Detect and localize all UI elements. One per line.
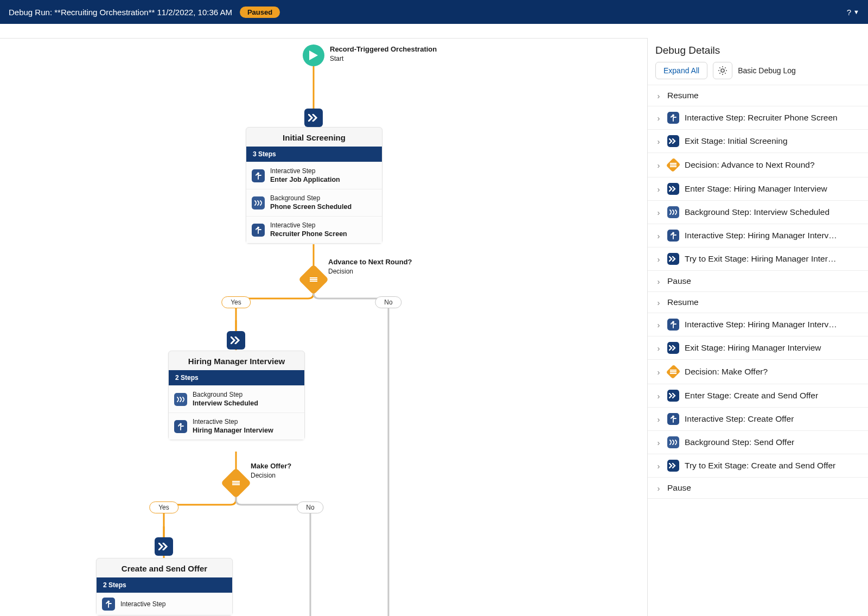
stage-icon <box>667 342 679 354</box>
stage-step-count: 2 Steps <box>169 370 304 385</box>
step-text: Background StepInterview Scheduled <box>193 390 258 408</box>
log-row[interactable]: ›Interactive Step: Recruiter Phone Scree… <box>648 106 868 130</box>
stage-icon-hiring-manager-interview[interactable] <box>227 331 245 350</box>
status-badge: Paused <box>240 7 280 18</box>
stage-card-hiring-manager-interview[interactable]: Hiring Manager Interview 2 Steps Backgro… <box>168 351 305 440</box>
chevron-down-icon: ▼ <box>853 9 859 15</box>
gear-icon <box>718 66 727 75</box>
interactive-step-icon <box>252 224 265 237</box>
chevron-right-icon: › <box>655 298 662 307</box>
step-row[interactable]: Interactive Step <box>97 593 232 615</box>
decision-icon <box>310 276 317 283</box>
svg-point-8 <box>107 601 110 603</box>
step-text: Interactive StepRecruiter Phone Screen <box>270 221 347 239</box>
svg-point-11 <box>672 232 674 234</box>
log-row[interactable]: ›Pause <box>648 478 868 499</box>
inter-icon <box>667 413 679 425</box>
log-row[interactable]: ›Background Step: Send Offer <box>648 431 868 454</box>
svg-point-5 <box>257 172 259 174</box>
step-row[interactable]: Background StepInterview Scheduled <box>169 385 304 412</box>
start-title: Record-Triggered Orchestration <box>330 45 437 53</box>
log-row[interactable]: ›Resume <box>648 85 868 106</box>
help-icon: ? <box>847 8 851 17</box>
log-row[interactable]: ›Pause <box>648 271 868 292</box>
interactive-step-icon <box>174 420 187 433</box>
log-row[interactable]: ›Interactive Step: Hiring Manager Interv… <box>648 313 868 336</box>
step-text: Background StepPhone Screen Scheduled <box>270 194 352 212</box>
log-text: Try to Exit Stage: Create and Send Offer <box>685 461 860 471</box>
branch-no[interactable]: No <box>375 296 401 308</box>
chevron-right-icon: › <box>655 231 662 240</box>
step-row[interactable]: Interactive StepEnter Job Application <box>246 162 382 189</box>
chevron-right-icon: › <box>655 161 662 170</box>
help-menu[interactable]: ? ▼ <box>847 8 859 17</box>
decision-title: Make Offer? <box>251 462 291 470</box>
log-row[interactable]: ›Exit Stage: Initial Screening <box>648 130 868 153</box>
svg-point-13 <box>672 416 674 418</box>
log-row[interactable]: ›Exit Stage: Hiring Manager Interview <box>648 336 868 360</box>
log-text: Interactive Step: Recruiter Phone Screen <box>685 113 860 123</box>
log-text: Resume <box>667 91 860 100</box>
inter-icon <box>667 112 679 124</box>
log-text: Try to Exit Stage: Hiring Manager Inter… <box>685 254 860 264</box>
flow-canvas[interactable]: Record-Triggered Orchestration Start Ini… <box>0 38 647 616</box>
decision-subtitle: Decision <box>328 268 353 275</box>
stage-icon <box>667 460 679 472</box>
log-row[interactable]: ›Background Step: Interview Scheduled <box>648 201 868 224</box>
stage-step-count: 2 Steps <box>97 577 232 593</box>
log-row[interactable]: ›Try to Exit Stage: Create and Send Offe… <box>648 454 868 478</box>
start-node-label: Record-Triggered Orchestration Start <box>330 45 437 63</box>
workspace: Record-Triggered Orchestration Start Ini… <box>0 38 868 616</box>
stage-card-initial-screening[interactable]: Initial Screening 3 Steps Interactive St… <box>246 127 382 244</box>
debug-run-title: Debug Run: **Recruiting Orchestration** … <box>9 8 232 17</box>
stage-icon-create-send-offer[interactable] <box>155 537 173 556</box>
step-row[interactable]: Interactive StepRecruiter Phone Screen <box>246 216 382 243</box>
panel-toolbar: Expand All Basic Debug Log <box>648 62 868 85</box>
log-text: Exit Stage: Initial Screening <box>685 136 860 146</box>
step-text: Interactive Step <box>120 600 165 608</box>
stage-icon <box>667 253 679 265</box>
step-row[interactable]: Background StepPhone Screen Scheduled <box>246 189 382 216</box>
log-row[interactable]: ›Decision: Make Offer? <box>648 360 868 384</box>
log-text: Interactive Step: Hiring Manager Interv… <box>685 320 860 329</box>
chevron-right-icon: › <box>655 344 662 353</box>
log-row[interactable]: ›Enter Stage: Create and Send Offer <box>648 384 868 408</box>
start-node[interactable]: Record-Triggered Orchestration Start <box>303 45 437 66</box>
stage-card-create-send-offer[interactable]: Create and Send Offer 2 Steps Interactiv… <box>96 558 233 615</box>
debug-mode-label: Basic Debug Log <box>738 66 796 75</box>
flow-connectors <box>0 38 647 616</box>
settings-button[interactable] <box>713 62 732 79</box>
log-row[interactable]: ›Enter Stage: Hiring Manager Interview <box>648 177 868 201</box>
stage-icon-initial-screening[interactable] <box>304 109 323 127</box>
log-row[interactable]: ›Decision: Advance to Next Round? <box>648 153 868 177</box>
svg-point-10 <box>672 115 674 117</box>
branch-no[interactable]: No <box>297 501 323 513</box>
debug-log-list[interactable]: ›Resume›Interactive Step: Recruiter Phon… <box>648 85 868 616</box>
chevron-right-icon: › <box>655 415 662 424</box>
log-row[interactable]: ›Interactive Step: Hiring Manager Interv… <box>648 224 868 247</box>
branch-yes[interactable]: Yes <box>149 501 178 513</box>
svg-point-6 <box>257 226 259 228</box>
log-text: Enter Stage: Hiring Manager Interview <box>685 184 860 194</box>
log-row[interactable]: ›Interactive Step: Create Offer <box>648 408 868 431</box>
log-text: Decision: Make Offer? <box>685 367 860 377</box>
decision-label: Make Offer? Decision <box>251 461 291 480</box>
svg-point-9 <box>721 69 724 72</box>
log-text: Background Step: Send Offer <box>685 437 860 447</box>
stage-icon <box>667 135 679 147</box>
stage-icon <box>667 390 679 402</box>
chevron-right-icon: › <box>655 484 662 493</box>
chevron-right-icon: › <box>655 391 662 401</box>
branch-yes[interactable]: Yes <box>221 296 251 308</box>
play-icon <box>303 45 324 66</box>
log-text: Pause <box>667 483 860 493</box>
chevron-right-icon: › <box>655 255 662 264</box>
step-row[interactable]: Interactive StepHiring Manager Interview <box>169 412 304 440</box>
expand-all-button[interactable]: Expand All <box>655 62 707 79</box>
app-bar: Debug Run: **Recruiting Orchestration** … <box>0 0 868 24</box>
log-row[interactable]: ›Resume <box>648 292 868 313</box>
log-row[interactable]: ›Try to Exit Stage: Hiring Manager Inter… <box>648 247 868 271</box>
chevron-right-icon: › <box>655 137 662 146</box>
decision-icon <box>667 158 679 172</box>
log-text: Enter Stage: Create and Send Offer <box>685 391 860 401</box>
